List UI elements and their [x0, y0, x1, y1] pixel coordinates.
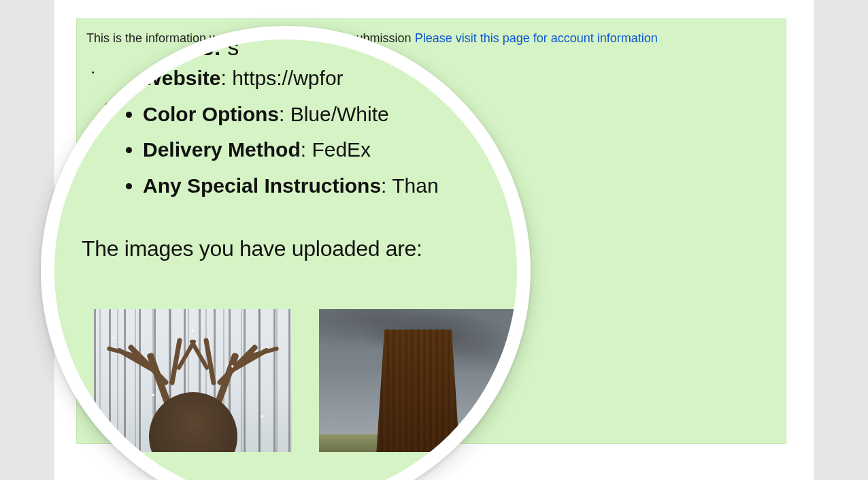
uploaded-images-row — [94, 309, 517, 452]
row-delivery-method: Delivery Method: FedEx — [143, 132, 517, 168]
row-delivery-label: Delivery Method — [143, 138, 301, 161]
snow-overlay-icon — [94, 309, 292, 452]
row-color-value: Blue/White — [290, 103, 389, 125]
magnifier-content: Address: s Website: https://wpfor Color … — [54, 39, 517, 480]
row-special-value: Than — [392, 174, 438, 197]
account-info-link[interactable]: Please visit this page for account infor… — [415, 31, 658, 45]
uploaded-image-deer — [94, 309, 292, 452]
row-special-label: Any Special Instructions — [143, 174, 381, 197]
rock-tower-icon — [374, 330, 463, 452]
row-address-value: s — [227, 34, 239, 60]
row-special-instructions: Any Special Instructions: Than — [143, 168, 517, 204]
row-website-label: Website — [143, 67, 220, 89]
row-color-options: Color Options: Blue/White — [143, 97, 517, 133]
row-delivery-value: FedEx — [312, 138, 371, 161]
row-color-label: Color Options — [143, 103, 279, 125]
row-website-value: https://wpfor — [232, 67, 343, 89]
intro-line: This is the information we've captured f… — [86, 31, 776, 46]
uploaded-images-heading: The images you have uploaded are: — [82, 236, 517, 261]
